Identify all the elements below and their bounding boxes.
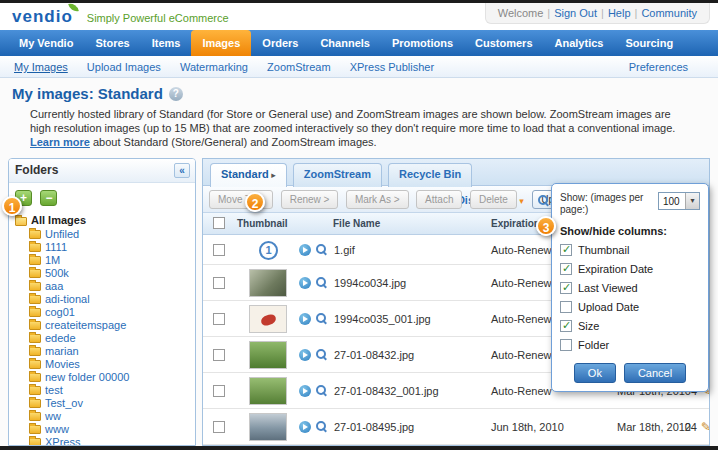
- folder-item[interactable]: ww: [29, 409, 189, 422]
- checkbox-icon[interactable]: [560, 301, 572, 313]
- zoom-icon[interactable]: [316, 313, 327, 324]
- tab-standard[interactable]: Standard: [210, 163, 287, 187]
- folder-item[interactable]: edede: [29, 331, 189, 344]
- column-toggle-thumbnail[interactable]: Thumbnail: [560, 242, 700, 257]
- folder-link[interactable]: Test_ov: [45, 397, 83, 409]
- checkbox-icon[interactable]: [560, 282, 572, 294]
- file-name[interactable]: 27-01-08432.jpg: [334, 349, 414, 361]
- folder-item[interactable]: www: [29, 422, 189, 435]
- folder-link[interactable]: Unfiled: [45, 228, 79, 240]
- select-all-checkbox[interactable]: [213, 217, 225, 229]
- file-name[interactable]: 1.gif: [334, 244, 355, 256]
- checkbox-icon[interactable]: [560, 339, 572, 351]
- folder-item[interactable]: 1111: [29, 240, 189, 253]
- column-toggle-folder[interactable]: Folder: [560, 337, 700, 352]
- folder-link[interactable]: 1111: [45, 241, 67, 253]
- remove-folder-button[interactable]: −: [40, 190, 57, 206]
- sign-out-link[interactable]: Sign Out: [554, 7, 597, 19]
- zoom-icon[interactable]: [316, 244, 327, 255]
- row-checkbox[interactable]: [213, 277, 225, 289]
- nav-tab-items[interactable]: Items: [141, 30, 192, 56]
- renew-button[interactable]: Renew >: [281, 190, 339, 209]
- row-checkbox[interactable]: [213, 385, 225, 397]
- folder-link[interactable]: 500k: [45, 267, 69, 279]
- image-thumbnail[interactable]: [249, 269, 287, 297]
- folder-item[interactable]: 500k: [29, 266, 189, 279]
- page-size-select[interactable]: 100: [658, 192, 700, 210]
- folder-link[interactable]: www: [45, 423, 69, 435]
- folder-link[interactable]: Movies: [45, 358, 80, 370]
- nav-tab-sourcing[interactable]: Sourcing: [614, 30, 684, 56]
- folder-item[interactable]: createitemspage: [29, 318, 189, 331]
- row-checkbox[interactable]: [213, 244, 225, 256]
- folder-link[interactable]: adi-tional: [45, 293, 90, 305]
- file-name[interactable]: 1994co034.jpg: [334, 277, 406, 289]
- folder-link[interactable]: test: [45, 384, 63, 396]
- collapse-sidebar-button[interactable]: «: [174, 163, 190, 178]
- folder-link[interactable]: marian: [45, 345, 79, 357]
- folder-item[interactable]: Unfiled: [29, 227, 189, 240]
- delete-button[interactable]: Delete: [470, 190, 517, 209]
- nav-tab-images[interactable]: Images: [191, 30, 251, 56]
- file-name[interactable]: 27-01-08495.jpg: [334, 421, 414, 433]
- column-toggle-upload-date[interactable]: Upload Date: [560, 299, 700, 314]
- folder-link[interactable]: edede: [45, 332, 76, 344]
- folder-link[interactable]: ww: [45, 410, 61, 422]
- preview-icon[interactable]: [299, 244, 311, 256]
- nav-tab-orders[interactable]: Orders: [251, 30, 309, 56]
- folder-item[interactable]: new folder 00000: [29, 370, 189, 383]
- image-thumbnail[interactable]: [249, 305, 287, 333]
- row-checkbox[interactable]: [213, 313, 225, 325]
- image-thumbnail[interactable]: [249, 413, 287, 441]
- edit-icon[interactable]: [701, 420, 710, 434]
- folder-item[interactable]: aaa: [29, 279, 189, 292]
- preview-icon[interactable]: [299, 421, 311, 433]
- image-thumbnail[interactable]: [249, 341, 287, 369]
- zoom-icon[interactable]: [316, 385, 327, 396]
- checkbox-icon[interactable]: [560, 320, 572, 332]
- folder-item[interactable]: Test_ov: [29, 396, 189, 409]
- column-toggle-expiration-date[interactable]: Expiration Date: [560, 261, 700, 276]
- image-thumbnail[interactable]: [249, 377, 287, 405]
- tab-zoomstream[interactable]: ZoomStream: [293, 163, 382, 187]
- cancel-button[interactable]: Cancel: [624, 363, 686, 383]
- checkbox-icon[interactable]: [560, 244, 572, 256]
- file-name[interactable]: 1994co035_001.jpg: [334, 313, 431, 325]
- zoom-icon[interactable]: [316, 277, 327, 288]
- nav-tab-channels[interactable]: Channels: [309, 30, 381, 56]
- folder-link[interactable]: XPress: [45, 436, 80, 447]
- folder-link[interactable]: cog01: [45, 306, 75, 318]
- learn-more-link[interactable]: Learn more: [30, 136, 90, 148]
- mark-as-button[interactable]: Mark As >: [346, 190, 409, 209]
- subnav-zoomstream[interactable]: ZoomStream: [267, 61, 331, 73]
- row-checkbox[interactable]: [213, 349, 225, 361]
- folder-link[interactable]: new folder 00000: [45, 371, 129, 383]
- folder-item[interactable]: adi-tional: [29, 292, 189, 305]
- vendio-logo[interactable]: vendio: [12, 7, 73, 27]
- subnav-watermarking[interactable]: Watermarking: [180, 61, 248, 73]
- image-thumbnail[interactable]: [249, 236, 287, 264]
- nav-tab-promotions[interactable]: Promotions: [381, 30, 464, 56]
- column-header-thumbnail[interactable]: Thumbnail: [237, 218, 288, 229]
- subnav-xpress-publisher[interactable]: XPress Publisher: [350, 61, 434, 73]
- folder-item[interactable]: Movies: [29, 357, 189, 370]
- folder-item[interactable]: cog01: [29, 305, 189, 318]
- subnav-upload-images[interactable]: Upload Images: [87, 61, 161, 73]
- preview-icon[interactable]: [299, 313, 311, 325]
- subnav-my-images[interactable]: My Images: [14, 61, 68, 73]
- preview-icon[interactable]: [299, 385, 311, 397]
- zoom-icon[interactable]: [316, 421, 327, 432]
- ok-button[interactable]: Ok: [574, 363, 616, 383]
- column-header-file-name[interactable]: File Name: [333, 218, 380, 229]
- folder-item[interactable]: marian: [29, 344, 189, 357]
- folder-link[interactable]: 1M: [45, 254, 60, 266]
- file-name[interactable]: 27-01-08432_001.jpg: [334, 385, 439, 397]
- folder-link[interactable]: aaa: [45, 280, 63, 292]
- folder-item[interactable]: test: [29, 383, 189, 396]
- preview-icon[interactable]: [299, 349, 311, 361]
- row-checkbox[interactable]: [213, 421, 225, 433]
- help-link[interactable]: Help: [608, 7, 631, 19]
- preview-icon[interactable]: [299, 277, 311, 289]
- checkbox-icon[interactable]: [560, 263, 572, 275]
- help-icon[interactable]: ?: [169, 87, 183, 101]
